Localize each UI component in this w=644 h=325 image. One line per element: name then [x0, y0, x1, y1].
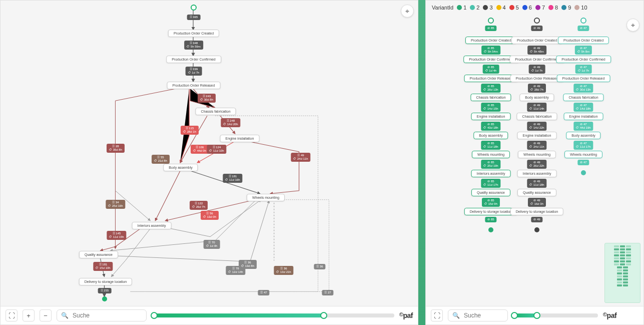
edge-label: ⊘ 49⏱ 1d 7h: [529, 65, 545, 74]
edge-label: ☰ 27: [322, 290, 333, 295]
slider-handle-left[interactable]: [511, 312, 518, 319]
zoom-out-button[interactable]: −: [40, 309, 52, 321]
slider-handle-right[interactable]: [320, 312, 327, 319]
legend-swatch: [548, 5, 553, 10]
variant-node[interactable]: Production Order Created: [465, 37, 516, 44]
search-box[interactable]: 🔍: [57, 309, 147, 321]
complexity-slider[interactable]: [513, 313, 598, 317]
node-production-order-confirmed[interactable]: Production Order Confirmed: [166, 56, 221, 63]
slider-handle-left[interactable]: [151, 312, 158, 319]
edge-label: ⊘ 47⏱ 44d 19h: [573, 122, 593, 131]
edge-label: ⊘ 47: [577, 160, 589, 165]
fullscreen-button[interactable]: ⛶: [431, 309, 443, 321]
variant-node[interactable]: Wheels mounting: [472, 151, 510, 158]
legend-item: 7: [535, 5, 545, 11]
edge-label: ⊘ 85⏱ 15d 9h: [482, 198, 500, 207]
right-canvas[interactable]: VariantId 1 2 3 4 5 6 7 8 9 10 ⌖ ⊘ 85Pro…: [426, 1, 643, 306]
start-node: [534, 18, 540, 24]
legend-item: 9: [561, 5, 571, 11]
edge-label: ⊘ 49⏱ 28d 7h: [528, 84, 546, 93]
edge-label: ☰ 70⏱ 1d 0h: [204, 240, 220, 249]
legend-swatch: [470, 5, 475, 10]
edge-label: ⊘ 85⏱ 14d 15h: [481, 103, 500, 112]
legend-item: 4: [496, 5, 506, 11]
edge-label: ⊘ 49⏱ 26d 22h: [527, 160, 546, 169]
variant-node[interactable]: Engine installation: [471, 113, 511, 120]
slider-fill: [154, 313, 324, 317]
variant-node[interactable]: Production Order Released: [464, 75, 518, 82]
variant-node[interactable]: Interiors assembly: [471, 170, 511, 177]
legend-swatch: [483, 5, 488, 10]
variant-node[interactable]: Production Order Created: [558, 37, 609, 44]
minimap[interactable]: [604, 243, 640, 303]
zoom-in-button[interactable]: +: [23, 309, 35, 321]
zoom-fit-button[interactable]: ⌖: [401, 5, 414, 18]
search-box[interactable]: 🔍: [448, 309, 508, 321]
variant-node[interactable]: Production Order Released: [510, 75, 564, 82]
legend-item: 5: [509, 5, 519, 11]
edge-label: ⊘ 49⏱ 11d 18h: [527, 179, 546, 188]
complexity-slider[interactable]: [152, 313, 394, 317]
variant-node[interactable]: Body assembly: [566, 132, 600, 139]
zoom-fit-button[interactable]: ⌖: [626, 19, 639, 32]
edge-label: ☰ 181⏱ 11d 16h: [223, 174, 242, 183]
variant-node[interactable]: Body assembly: [473, 132, 508, 139]
variant-node[interactable]: Production Order Created: [511, 37, 562, 44]
legend-swatch: [496, 5, 501, 10]
variant-node[interactable]: Quality assurance: [517, 189, 556, 196]
variant-node[interactable]: Chassis fabrication: [516, 113, 557, 120]
variant-node[interactable]: Production Order Released: [557, 75, 610, 82]
fullscreen-button[interactable]: ⛶: [6, 309, 18, 321]
edge-label: ⊘ 85⏱ 5h 54m: [481, 46, 500, 55]
edge-label: ☰ 36⏱ 13d 21h: [274, 266, 293, 275]
variant-node[interactable]: Chassis fabrication: [470, 94, 511, 101]
edge-label: ☰ 47: [258, 290, 269, 295]
edge-label: ☰ 339⏱ 1d 7h: [186, 67, 202, 76]
node-interiors-assembly[interactable]: Interiors assembly: [132, 222, 172, 229]
end-node: [534, 227, 539, 232]
edge-label: ⊘ 85: [485, 217, 496, 222]
variant-node[interactable]: Body assembly: [519, 94, 554, 101]
edge-label: ⊘ 49: [531, 26, 542, 31]
node-production-order-created[interactable]: Production Order Created: [168, 30, 219, 37]
edge-label: ☰ 55⏱ 21d 8h: [152, 155, 170, 164]
legend-item: 1: [457, 5, 466, 11]
node-engine-installation[interactable]: Engine installation: [220, 135, 260, 142]
fullscreen-icon: ⛶: [434, 312, 440, 319]
variant-node[interactable]: Engine installation: [517, 132, 557, 139]
edge-label: ☰ 28⏱ 35d 8h: [107, 144, 125, 153]
legend-swatch: [522, 5, 527, 10]
edge-label: ⊘ 85⏱ 25d 19h: [481, 160, 500, 169]
target-icon: ⌖: [405, 7, 409, 16]
variant-node[interactable]: Wheels mounting: [518, 151, 556, 158]
variant-node[interactable]: Engine installation: [564, 113, 603, 120]
legend-item: 3: [483, 5, 492, 11]
search-input[interactable]: [72, 311, 149, 319]
edge-label: ⊘ 47⏱ 11d 17h: [573, 141, 593, 150]
variant-node[interactable]: Chassis fabrication: [563, 94, 603, 101]
variant-node[interactable]: Delivery to storage location: [510, 208, 563, 215]
node-delivery-to-storage[interactable]: Delivery to storage location: [79, 278, 132, 285]
edge-label: ⊘ 47⏱ 1d 7h: [575, 65, 592, 74]
slider-handle-right[interactable]: [533, 312, 540, 319]
edge-label: ☰ 122⏱ 26d 7h: [190, 201, 208, 210]
legend-swatch: [561, 5, 566, 10]
legend-item: 10: [574, 5, 587, 11]
edge-label: ⊘ 85⏱ 28d 13h: [481, 84, 500, 93]
node-chassis-fabrication[interactable]: Chassis fabrication: [195, 108, 236, 115]
variant-node[interactable]: Quality assurance: [471, 189, 510, 196]
node-body-assembly[interactable]: Body assembly: [163, 164, 198, 171]
variant-node[interactable]: Production Order Confirmed: [556, 56, 611, 63]
pane-divider[interactable]: [418, 0, 425, 325]
variant-node[interactable]: Interiors assembly: [517, 170, 557, 177]
node-quality-assurance[interactable]: Quality assurance: [79, 251, 118, 258]
variant-node[interactable]: Delivery to storage location: [464, 208, 517, 215]
legend-swatch: [509, 5, 514, 10]
edge-label: ☰ 248⏱ 14d 20h: [221, 118, 240, 127]
legend-item: 2: [470, 5, 479, 11]
node-wheels-mounting[interactable]: Wheels mounting: [247, 194, 285, 201]
left-canvas[interactable]: ⌖: [1, 1, 418, 306]
node-production-order-released[interactable]: Production Order Released: [167, 82, 221, 89]
right-pane: VariantId 1 2 3 4 5 6 7 8 9 10 ⌖ ⊘ 85Pro…: [425, 0, 644, 325]
variant-node[interactable]: Wheels mounting: [564, 151, 602, 158]
